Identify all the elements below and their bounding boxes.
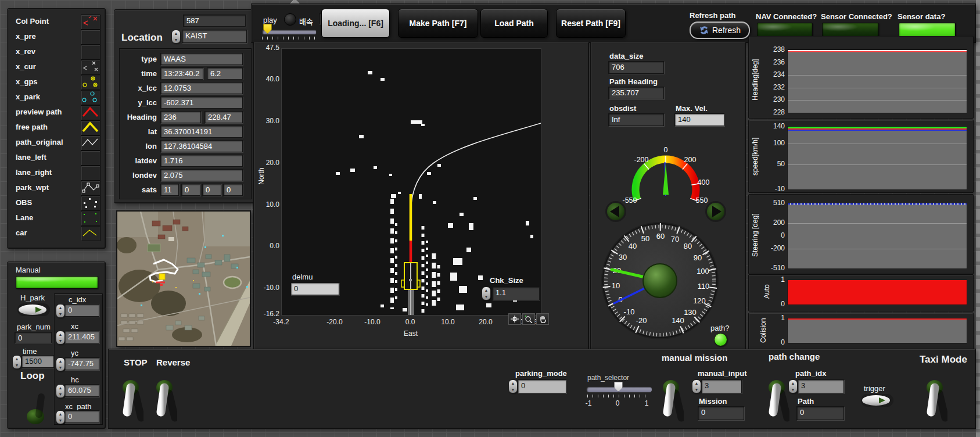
c-idx-field[interactable]: 0 [64,304,99,317]
graph-cursor-tool[interactable] [508,313,521,325]
xc-spinner[interactable]: ▲▼ [56,331,65,345]
selector-tick: -1 [584,399,593,407]
legend-xpre-icon[interactable] [81,30,100,45]
path-field[interactable]: 0 [796,406,844,420]
reset-path-button[interactable]: Reset Path [F9] [556,9,626,38]
steering-chart-ylabel: Steering [deg] [751,203,759,268]
dial-tick: 70 [671,235,679,243]
max-vel-field[interactable]: 140 [674,113,724,126]
xc-label: xc [71,322,78,331]
parking-mode-field[interactable]: 0 [518,379,566,393]
c-idx-spinner[interactable]: ▲▼ [56,304,65,318]
load-path-button[interactable]: Load Path [480,9,548,38]
legend-label: x_gps [16,77,38,86]
legend-xpark-icon[interactable] [81,90,100,105]
legend-label: lane_right [16,168,52,177]
tick-label: 100 [759,139,785,147]
manual-input-label: manual_input [698,369,747,378]
graph-pan-tool[interactable] [536,313,549,325]
latdev-label: latdev [120,156,157,165]
plot-area[interactable] [281,48,541,316]
stop-label: STOP [124,357,148,367]
xc-field[interactable]: 211.405 [64,331,99,343]
play-label: play [263,16,277,24]
yc-spinner[interactable]: ▲▼ [56,357,65,371]
colision-line [788,318,967,320]
tick-label: 0 [759,231,785,239]
play-button[interactable] [284,13,296,26]
hc-spinner[interactable]: ▲▼ [56,384,65,398]
manual-input-spinner[interactable]: ▲▼ [692,379,701,393]
legend-park-wpt-icon[interactable] [81,181,100,196]
mission-label: Mission [699,397,727,406]
loading-button[interactable]: Loading... [F6] [321,9,390,38]
legend-colpoint-icon[interactable] [81,15,100,30]
park-num-field[interactable]: 0 [15,332,52,343]
loop-toggle[interactable] [23,383,48,427]
legend-xcur-icon[interactable] [81,60,100,75]
location-spinner[interactable]: ▲▼ [171,30,181,44]
graph-zoom-tool[interactable] [522,313,535,325]
reverse-toggle[interactable] [152,378,177,425]
plot-xtick: 20.0 [474,318,497,326]
h-park-label: H_park [20,293,45,302]
selector-tick: 0 [613,399,622,407]
xc-path-spinner[interactable]: ▲▼ [56,410,65,424]
plot-ytick: 0.0 [260,242,279,250]
legend-free-path-icon[interactable] [81,120,100,135]
mission-field[interactable]: 0 [698,406,744,420]
path-idx-spinner[interactable]: ▲▼ [788,379,798,393]
delmu-field[interactable]: 0 [290,282,339,295]
manual-mission-toggle[interactable] [658,378,684,425]
legend-path-original-icon[interactable] [81,135,100,151]
legend-lane-icon[interactable] [81,211,100,226]
path-change-toggle[interactable] [764,378,789,425]
tick-label: -200 [759,244,785,252]
nav-connected-label: NAV Connected? [756,12,817,21]
taxi-mode-toggle[interactable] [922,378,947,425]
plot-xtick: -20.0 [323,318,346,326]
vehicle-marker [159,274,165,280]
path-heading-label: Path Heading [609,77,658,86]
dial-tick: 100 [697,267,709,275]
stop-toggle[interactable] [118,378,143,425]
legend-lane-left-icon[interactable] [81,151,100,166]
legend-xgps-icon[interactable] [81,75,100,90]
parking-mode-spinner[interactable]: ▲▼ [508,379,518,393]
path-idx-field[interactable]: 3 [798,379,844,393]
refresh-path-label: Refresh path [690,11,735,20]
sats-field-0: 11 [160,184,179,196]
location-name-field[interactable]: KAIST [182,30,247,43]
speed-dial[interactable]: -20 -10 0 10 20 30 40 50 60 70 80 90 100… [598,216,723,349]
chk-size-field[interactable]: 1.1 [492,286,540,300]
legend-preview-path-icon[interactable] [81,105,100,120]
xc-path-field[interactable]: 0 [64,410,99,423]
satellite-map[interactable] [116,210,251,347]
h-park-toggle[interactable] [17,303,51,317]
satellite-map-image [117,212,250,346]
legend-xrev-icon[interactable] [81,45,100,60]
make-path-button[interactable]: Make Path [F7] [398,9,478,38]
legend-label: lane_left [16,153,46,162]
tick-label: 140 [759,122,785,130]
yc-field[interactable]: -747.75 [64,357,99,370]
refresh-button[interactable]: Refresh [690,22,750,39]
legend-obs-icon[interactable] [81,196,100,211]
tick-label: 50 [759,160,785,168]
location-index-field[interactable]: 587 [183,15,246,27]
trigger-label: trigger [864,384,885,393]
manual-input-field[interactable]: 3 [701,379,742,393]
time-ctl-field[interactable]: 1500 [21,355,54,368]
legend-car-icon[interactable] [81,226,100,241]
hc-field[interactable]: 60.075 [64,384,99,397]
park-num-label: park_num [17,323,51,331]
stadium [224,277,241,288]
time-spinner[interactable]: ▲▼ [12,355,21,369]
chk-size-spinner[interactable]: ▲▼ [482,286,491,300]
legend-lane-right-icon[interactable] [81,166,100,181]
tick-label: -510 [759,264,785,272]
lat-label: lat [120,127,157,136]
trigger-toggle[interactable] [860,393,894,407]
path-question-label: path? [710,324,730,332]
yc-label: yc [71,349,78,357]
